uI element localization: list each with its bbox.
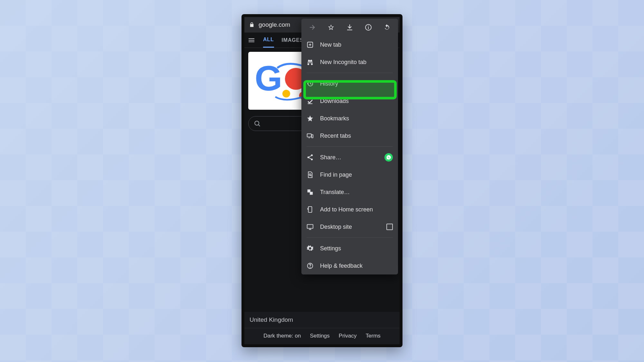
footer-settings[interactable]: Settings [310, 333, 329, 339]
svg-line-17 [311, 175, 312, 176]
desktop-icon [307, 223, 314, 230]
menu-separator [307, 73, 393, 73]
share-icon [307, 154, 314, 161]
footer-region: United Kingdom [244, 312, 400, 328]
forward-button[interactable] [306, 21, 319, 34]
desktop-site-checkbox[interactable] [386, 224, 393, 230]
phone-screen: google.com ALL IMAGES G United Kingdo [244, 17, 400, 344]
svg-text:G: G [255, 58, 282, 98]
svg-rect-12 [312, 135, 313, 138]
star-icon [307, 115, 314, 122]
menu-recent-tabs[interactable]: Recent tabs [301, 127, 398, 144]
devices-icon [307, 132, 314, 139]
menu-add-home[interactable]: Add to Home screen [301, 201, 398, 218]
add-to-home-icon [307, 206, 314, 213]
refresh-icon [383, 23, 391, 31]
menu-downloads[interactable]: Downloads [301, 92, 398, 110]
phone-frame: google.com ALL IMAGES G United Kingdo [242, 14, 402, 347]
menu-bookmarks[interactable]: Bookmarks [301, 110, 398, 127]
menu-settings[interactable]: Settings [301, 240, 398, 257]
menu-separator [307, 237, 393, 238]
svg-point-15 [311, 159, 313, 161]
svg-point-13 [311, 154, 313, 156]
footer-links: Dark theme: on Settings Privacy Terms [244, 328, 400, 344]
translate-icon [307, 189, 314, 196]
hamburger-icon[interactable] [248, 36, 255, 44]
star-outline-icon [327, 23, 335, 31]
svg-rect-10 [307, 134, 311, 137]
arrow-forward-icon [308, 23, 316, 31]
menu-icon-row [301, 19, 398, 36]
bookmark-star-button[interactable] [325, 21, 337, 34]
menu-incognito[interactable]: New Incognito tab [301, 53, 398, 71]
page-footer: United Kingdom Dark theme: on Settings P… [244, 312, 400, 344]
menu-share[interactable]: Share… [301, 149, 398, 166]
info-button[interactable] [362, 21, 375, 34]
tab-all[interactable]: ALL [263, 32, 274, 48]
download-done-icon [307, 97, 314, 105]
history-icon [307, 80, 314, 87]
download-button[interactable] [343, 21, 356, 34]
reload-button[interactable] [381, 21, 393, 34]
help-icon [307, 262, 314, 269]
svg-rect-19 [307, 225, 313, 228]
gear-icon [307, 245, 314, 252]
find-in-page-icon [307, 171, 314, 178]
svg-point-4 [255, 121, 259, 125]
tab-images[interactable]: IMAGES [282, 32, 304, 48]
svg-line-5 [259, 125, 260, 126]
download-icon [346, 23, 354, 31]
menu-history[interactable]: History [301, 75, 398, 92]
svg-rect-18 [308, 207, 312, 212]
menu-desktop-site[interactable]: Desktop site [301, 218, 398, 236]
menu-new-tab[interactable]: New tab [301, 36, 398, 53]
search-icon [254, 120, 261, 127]
svg-point-23 [310, 267, 310, 267]
menu-translate[interactable]: Translate… [301, 183, 398, 201]
footer-privacy[interactable]: Privacy [339, 333, 357, 339]
lock-icon [249, 22, 255, 28]
address-url: google.com [259, 21, 290, 28]
info-icon [365, 23, 372, 31]
menu-separator [307, 146, 393, 147]
footer-terms[interactable]: Terms [366, 333, 381, 339]
menu-find-in-page[interactable]: Find in page [301, 166, 398, 183]
footer-dark-theme[interactable]: Dark theme: on [263, 333, 301, 339]
chrome-overflow-menu: New tab New Incognito tab History Downlo… [301, 19, 398, 274]
incognito-icon [307, 59, 314, 66]
svg-point-2 [282, 90, 290, 97]
whatsapp-icon [384, 153, 393, 162]
menu-help[interactable]: Help & feedback [301, 257, 398, 274]
new-tab-icon [307, 41, 314, 48]
svg-point-14 [308, 156, 309, 158]
